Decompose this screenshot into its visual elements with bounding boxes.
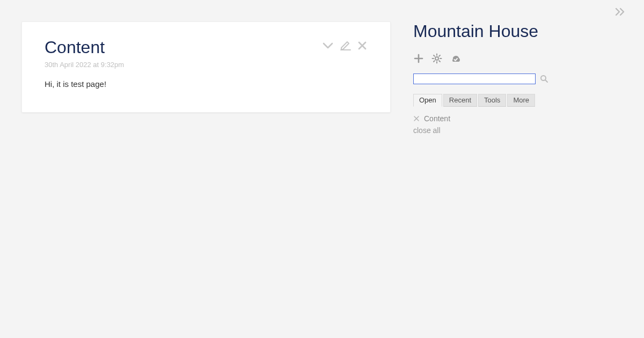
open-item-label[interactable]: Content: [424, 114, 450, 123]
svg-line-10: [434, 61, 435, 62]
tab-recent[interactable]: Recent: [443, 94, 477, 107]
close-icon[interactable]: [357, 40, 368, 51]
tiddler-body: Hi, it is test page!: [45, 78, 368, 91]
open-item-close-icon[interactable]: [413, 115, 420, 122]
tiddler-date: 30th April 2022 at 9:32pm: [45, 61, 368, 69]
advanced-search-icon[interactable]: [540, 75, 548, 83]
tiddler-controls: [321, 40, 368, 51]
tab-open[interactable]: Open: [413, 94, 442, 107]
open-list: Content close all: [413, 114, 625, 135]
search-input[interactable]: [413, 74, 536, 84]
svg-line-13: [545, 80, 547, 82]
control-panel-icon[interactable]: [431, 53, 442, 64]
tiddler-card: Content 30th April 2022 at 9:32pm Hi, it…: [21, 21, 391, 113]
tab-tools[interactable]: Tools: [478, 94, 506, 107]
page-controls: [413, 53, 625, 64]
tab-more[interactable]: More: [507, 94, 535, 107]
svg-line-8: [434, 55, 435, 56]
sidebar-tabs: Open Recent Tools More: [413, 94, 625, 107]
tiddler-title: Content: [45, 37, 368, 57]
sidebar: Mountain House: [392, 0, 644, 338]
story-river: Content 30th April 2022 at 9:32pm Hi, it…: [0, 0, 392, 338]
svg-line-9: [439, 61, 440, 62]
svg-line-11: [439, 55, 440, 56]
new-tiddler-icon[interactable]: [413, 53, 424, 64]
edit-icon[interactable]: [340, 40, 352, 51]
more-actions-icon[interactable]: [321, 40, 334, 51]
search-row: [413, 74, 625, 84]
site-title: Mountain House: [413, 21, 625, 41]
close-all-button[interactable]: close all: [413, 126, 625, 135]
svg-point-3: [435, 57, 438, 60]
save-icon[interactable]: [450, 54, 462, 63]
open-item: Content: [413, 114, 625, 123]
sidebar-collapse-chevron[interactable]: [615, 8, 625, 16]
